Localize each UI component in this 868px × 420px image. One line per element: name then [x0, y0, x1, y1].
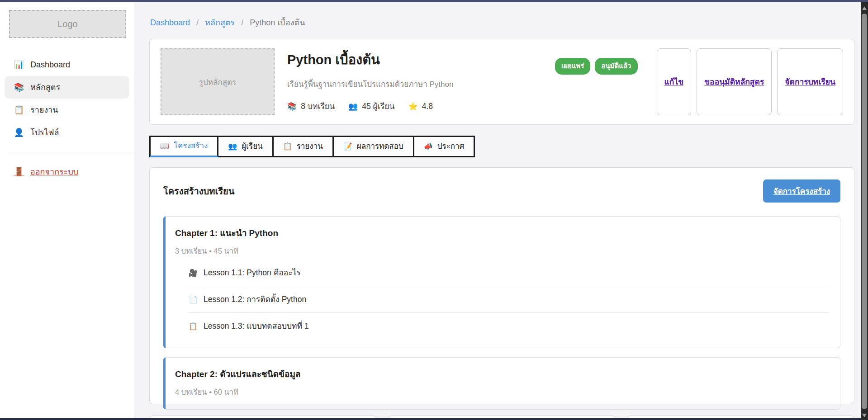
chapter-meta: 3 บทเรียน • 45 นาที [175, 245, 828, 257]
logo-label: Logo [57, 19, 78, 29]
tab-icon: 📣 [424, 142, 433, 151]
sidebar-item-icon: 📊 [14, 59, 24, 70]
course-description: เรียนรู้พื้นฐานการเขียนโปรแกรมด้วยภาษา P… [287, 78, 542, 90]
sidebar-item-label: Dashboard [30, 59, 70, 70]
stat-label: 45 ผู้เรียน [362, 100, 394, 113]
course-stats: 📚 8 บทเรียน 👥 45 ผู้เรียน ⭐ 4.8 [287, 100, 542, 113]
sidebar-nav: 📊 Dashboard 📚 หลักสูตร 📋 รายงาน 👤 โปรไฟล… [0, 53, 134, 144]
breadcrumb-separator: / [196, 18, 199, 27]
chapter-title: Chapter 1: แนะนำ Python [175, 226, 828, 240]
sidebar-item-label: รายงาน [30, 104, 58, 115]
status-badges: เผยแพร่ อนุมัติแล้ว [555, 58, 638, 75]
course-title: Python เบื้องต้น [287, 49, 542, 70]
structure-panel-header: โครงสร้างบทเรียน จัดการโครงสร้าง [163, 179, 840, 203]
app-root: Logo 📊 Dashboard 📚 หลักสูตร 📋 รายงาน [0, 0, 868, 420]
lesson-type-icon: 📋 [189, 322, 198, 330]
door-icon: 🚪 [14, 167, 24, 177]
tab[interactable]: 📖 โครงสร้าง [149, 136, 218, 157]
lesson-type-icon: 📄 [189, 295, 198, 304]
logout-label: ออกจากระบบ [30, 165, 78, 178]
lesson-type-icon: 🎥 [189, 269, 198, 277]
breadcrumb: Dashboard / หลักสูตร / Python เบื้องต้น [149, 2, 854, 39]
course-info: Python เบื้องต้น เรียนรู้พื้นฐานการเขียน… [287, 48, 542, 115]
course-action-card[interactable]: ขออนุมัติหลักสูตร [697, 48, 772, 115]
course-stat: 📚 8 บทเรียน [287, 100, 335, 113]
breadcrumb-current: Python เบื้องต้น [250, 18, 305, 27]
scroll-down-arrow-icon[interactable] [862, 414, 867, 417]
course-stat: 👥 45 ผู้เรียน [348, 100, 394, 113]
course-image-label: รูปหลักสูตร [199, 76, 236, 88]
course-action-link[interactable]: แก้ไข [664, 76, 684, 88]
chapter-card: Chapter 2: ตัวแปรและชนิดข้อมูล 4 บทเรียน… [163, 357, 840, 410]
breadcrumb-separator: / [241, 18, 243, 27]
course-stat: ⭐ 4.8 [408, 102, 433, 111]
chapter-card: Chapter 1: แนะนำ Python 3 บทเรียน • 45 น… [163, 216, 840, 348]
stat-icon: ⭐ [408, 102, 417, 111]
course-header-card: รูปหลักสูตร Python เบื้องต้น เรียนรู้พื้… [149, 39, 854, 125]
tab-icon: 👥 [228, 142, 237, 151]
logout-link[interactable]: 🚪 ออกจากระบบ [0, 165, 134, 178]
manage-structure-button[interactable]: จัดการโครงสร้าง [763, 179, 840, 203]
tab-label: ผลการทดสอบ [357, 142, 403, 151]
logo-placeholder: Logo [9, 10, 126, 38]
sidebar-item[interactable]: 📚 หลักสูตร [5, 76, 129, 99]
structure-panel: โครงสร้างบทเรียน จัดการโครงสร้าง Chapter… [149, 167, 854, 404]
lesson-title: Lesson 1.2: การติดตั้ง Python [204, 293, 306, 306]
breadcrumb-courses-link[interactable]: หลักสูตร [205, 18, 235, 27]
tab-icon: 📝 [343, 142, 352, 151]
course-action-link[interactable]: ขออนุมัติหลักสูตร [704, 76, 764, 88]
tab-icon: 📖 [160, 141, 169, 151]
chapter-meta: 4 บทเรียน • 60 นาที [175, 386, 828, 398]
lesson-row[interactable]: 📄 Lesson 1.2: การติดตั้ง Python [189, 286, 828, 312]
structure-heading: โครงสร้างบทเรียน [163, 184, 234, 198]
lesson-title: Lesson 1.1: Python คืออะไร [204, 266, 301, 279]
tab-label: ผู้เรียน [242, 142, 262, 151]
sidebar-item-icon: 📚 [14, 82, 24, 93]
scroll-up-arrow-icon[interactable] [862, 6, 867, 10]
sidebar: Logo 📊 Dashboard 📚 หลักสูตร 📋 รายงาน [0, 2, 134, 420]
sidebar-item[interactable]: 📊 Dashboard [0, 53, 134, 76]
course-action-cards: แก้ไข ขออนุมัติหลักสูตร จัดการบทเรียน [657, 48, 843, 115]
course-action-card[interactable]: จัดการบทเรียน [777, 48, 843, 115]
stat-label: 8 บทเรียน [301, 100, 335, 113]
stat-label: 4.8 [422, 102, 433, 111]
window-bottom-edge [0, 418, 868, 420]
sidebar-item[interactable]: 📋 รายงาน [0, 99, 134, 121]
window-top-edge [0, 0, 868, 2]
tab-label: รายงาน [297, 142, 323, 151]
course-image-placeholder: รูปหลักสูตร [161, 48, 275, 115]
lesson-list: 🎥 Lesson 1.1: Python คืออะไร 📄 Lesson 1.… [189, 260, 828, 339]
lesson-row[interactable]: 📋 Lesson 1.3: แบบทดสอบบทที่ 1 [189, 312, 828, 339]
status-badge: เผยแพร่ [555, 58, 590, 75]
lesson-title: Lesson 1.3: แบบทดสอบบทที่ 1 [204, 320, 309, 332]
tab-label: ประกาศ [437, 142, 465, 151]
course-action-card[interactable]: แก้ไข [657, 48, 692, 115]
scrollbar-thumb[interactable] [862, 14, 867, 409]
main-content: Dashboard / หลักสูตร / Python เบื้องต้น … [134, 2, 868, 420]
tab[interactable]: 📋 รายงาน [272, 136, 334, 157]
status-badge: อนุมัติแล้ว [595, 58, 637, 75]
sidebar-item-icon: 👤 [14, 127, 24, 138]
tab[interactable]: 📝 ผลการทดสอบ [332, 136, 414, 157]
vertical-scrollbar[interactable] [861, 2, 868, 420]
tab-bar: 📖 โครงสร้าง 👥 ผู้เรียน 📋 รายงาน 📝 ผลการท… [149, 136, 854, 157]
sidebar-divider [8, 154, 134, 154]
stat-icon: 👥 [348, 102, 358, 111]
breadcrumb-dashboard-link[interactable]: Dashboard [150, 18, 190, 27]
chapter-list: Chapter 1: แนะนำ Python 3 บทเรียน • 45 น… [163, 216, 840, 410]
stat-icon: 📚 [287, 102, 297, 111]
tab[interactable]: 📣 ประกาศ [413, 136, 475, 157]
lesson-row[interactable]: 🎥 Lesson 1.1: Python คืออะไร [189, 260, 828, 286]
sidebar-item-label: โปรไฟล์ [30, 127, 59, 138]
sidebar-item[interactable]: 👤 โปรไฟล์ [0, 121, 134, 144]
sidebar-item-label: หลักสูตร [30, 82, 60, 93]
chapter-title: Chapter 2: ตัวแปรและชนิดข้อมูล [175, 367, 828, 381]
sidebar-item-icon: 📋 [14, 104, 24, 115]
course-action-link[interactable]: จัดการบทเรียน [785, 76, 835, 88]
tab[interactable]: 👥 ผู้เรียน [217, 136, 273, 157]
tab-icon: 📋 [283, 142, 292, 151]
tab-label: โครงสร้าง [174, 141, 208, 151]
